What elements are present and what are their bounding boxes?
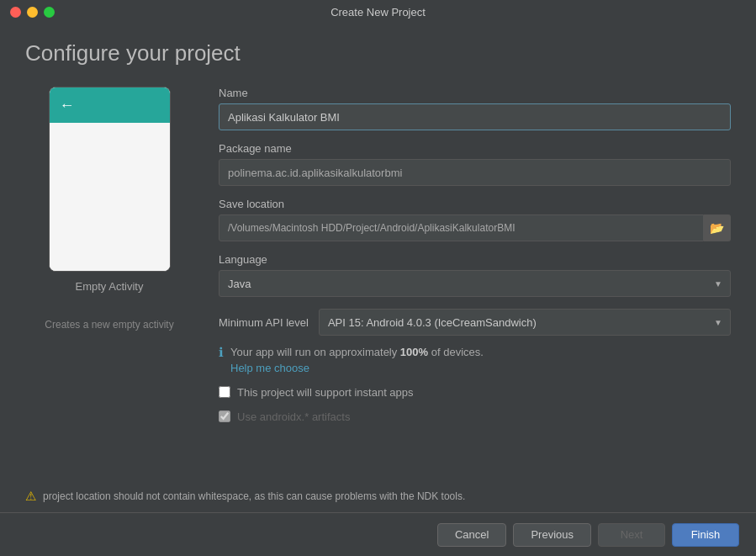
language-label: Language (219, 253, 731, 266)
instant-apps-row: This project will support instant apps (219, 386, 731, 399)
info-bold-text: 100% (400, 346, 428, 358)
help-link[interactable]: Help me choose (230, 362, 484, 374)
name-input[interactable] (219, 103, 731, 130)
min-api-select-container: API 15: Android 4.0.3 (IceCreamSandwich)… (319, 309, 731, 336)
min-api-row: Minimum API level API 15: Android 4.0.3 … (219, 309, 731, 336)
close-button[interactable] (10, 7, 21, 18)
folder-icon: 📂 (710, 221, 724, 235)
instant-apps-label: This project will support instant apps (237, 386, 414, 399)
min-api-select[interactable]: API 15: Android 4.0.3 (IceCreamSandwich)… (319, 309, 731, 336)
androidx-label: Use androidx.* artifacts (237, 410, 350, 423)
androidx-row: Use androidx.* artifacts (219, 410, 731, 423)
name-label: Name (219, 87, 731, 99)
maximize-button[interactable] (44, 7, 55, 18)
instant-apps-checkbox[interactable] (219, 386, 230, 398)
info-icon: ℹ (219, 345, 224, 360)
min-api-select-wrapper: API 15: Android 4.0.3 (IceCreamSandwich)… (319, 309, 731, 336)
package-field-group: Package name polinema.ac.id.aplikasikalk… (219, 142, 731, 186)
save-location-label: Save location (219, 198, 731, 210)
page-title: Configure your project (25, 40, 731, 66)
next-button: Next (598, 523, 665, 547)
bottom-bar: Cancel Previous Next Finish (0, 512, 756, 556)
androidx-checkbox (219, 410, 230, 422)
cancel-button[interactable]: Cancel (437, 523, 506, 547)
package-label: Package name (219, 142, 731, 155)
warning-icon: ⚠ (25, 489, 36, 504)
creates-label: Creates a new empty activity (45, 318, 173, 332)
right-panel: Name Package name polinema.ac.id.aplikas… (219, 87, 731, 480)
title-bar: Create New Project (0, 0, 756, 24)
window-controls[interactable] (10, 7, 55, 18)
back-arrow-icon: ← (60, 97, 75, 114)
info-row: ℹ Your app will run on approximately 100… (219, 344, 731, 374)
browse-folder-button[interactable]: 📂 (704, 214, 731, 241)
finish-button[interactable]: Finish (672, 523, 739, 547)
phone-body (50, 123, 170, 271)
left-panel: ← Empty Activity Creates a new empty act… (25, 87, 193, 480)
min-api-label: Minimum API level (219, 316, 309, 329)
window-title: Create New Project (330, 6, 426, 19)
activity-label: Empty Activity (76, 280, 144, 293)
previous-button[interactable]: Previous (513, 523, 591, 547)
save-location-input[interactable] (219, 214, 704, 241)
name-field-group: Name (219, 87, 731, 130)
warning-bar: ⚠ project location should not contain wh… (0, 480, 756, 512)
minimize-button[interactable] (27, 7, 38, 18)
phone-preview: ← (49, 87, 171, 272)
package-input: polinema.ac.id.aplikasikalkulatorbmi (219, 159, 731, 186)
info-content: Your app will run on approximately 100% … (230, 344, 484, 374)
warning-text: project location should not contain whit… (43, 490, 465, 502)
phone-top-bar: ← (50, 87, 170, 123)
save-location-wrapper: 📂 (219, 214, 731, 241)
language-field-group: Language Java Kotlin ▼ (219, 253, 731, 297)
save-location-field-group: Save location 📂 (219, 198, 731, 241)
content-area: ← Empty Activity Creates a new empty act… (25, 87, 731, 480)
language-select-wrapper: Java Kotlin ▼ (219, 270, 731, 297)
info-text: Your app will run on approximately 100% … (230, 346, 484, 358)
main-content: Configure your project ← Empty Activity … (0, 24, 756, 480)
language-select[interactable]: Java Kotlin (219, 270, 731, 297)
